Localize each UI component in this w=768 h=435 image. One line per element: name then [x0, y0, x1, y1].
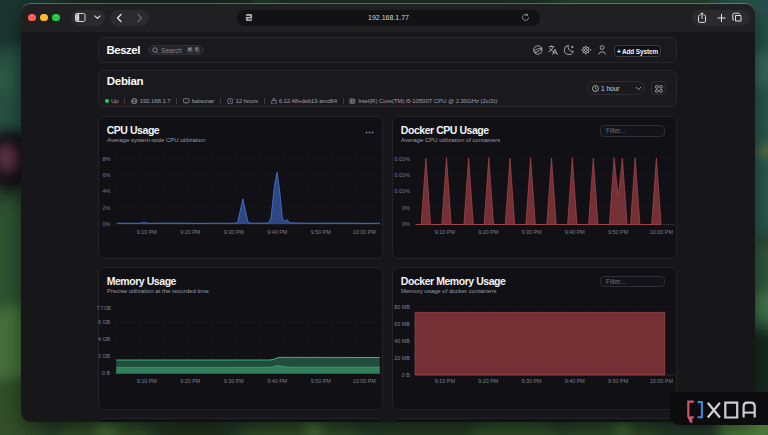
- svg-text:9:20 PM: 9:20 PM: [478, 229, 499, 235]
- svg-text:9:40 PM: 9:40 PM: [267, 378, 288, 384]
- svg-text:9:50 PM: 9:50 PM: [310, 378, 331, 384]
- svg-text:9:50 PM: 9:50 PM: [608, 229, 629, 235]
- svg-text:0.01%: 0.01%: [394, 156, 409, 162]
- svg-text:40 MB: 40 MB: [394, 338, 410, 344]
- svg-text:60 MB: 60 MB: [394, 321, 410, 327]
- svg-text:0%: 0%: [102, 221, 110, 227]
- svg-text:8%: 8%: [102, 156, 110, 162]
- svg-text:10:00 PM: 10:00 PM: [352, 378, 376, 384]
- svg-text:0.01%: 0.01%: [394, 172, 409, 178]
- svg-text:7.7 GB: 7.7 GB: [97, 305, 112, 311]
- svg-text:0 B: 0 B: [402, 372, 410, 378]
- svg-text:9:30 PM: 9:30 PM: [223, 229, 244, 235]
- svg-text:9:30 PM: 9:30 PM: [521, 378, 542, 384]
- svg-text:0%: 0%: [402, 221, 410, 227]
- svg-text:9:20 PM: 9:20 PM: [180, 229, 201, 235]
- svg-text:9:40 PM: 9:40 PM: [565, 378, 586, 384]
- svg-text:9:50 PM: 9:50 PM: [310, 229, 331, 235]
- svg-text:9:50 PM: 9:50 PM: [608, 378, 629, 384]
- svg-text:4 GB: 4 GB: [98, 336, 111, 342]
- svg-text:9:10 PM: 9:10 PM: [435, 229, 456, 235]
- svg-text:10:00 PM: 10:00 PM: [650, 229, 674, 235]
- svg-text:9:20 PM: 9:20 PM: [180, 378, 201, 384]
- svg-text:2 GB: 2 GB: [98, 353, 111, 359]
- svg-text:9:10 PM: 9:10 PM: [136, 229, 157, 235]
- svg-text:9:20 PM: 9:20 PM: [478, 378, 499, 384]
- svg-text:9:40 PM: 9:40 PM: [267, 229, 288, 235]
- svg-text:9:30 PM: 9:30 PM: [223, 378, 244, 384]
- svg-text:20 MB: 20 MB: [394, 355, 410, 361]
- svg-text:10:00 PM: 10:00 PM: [352, 229, 376, 235]
- svg-text:0%: 0%: [402, 204, 410, 210]
- svg-text:9:10 PM: 9:10 PM: [435, 378, 456, 384]
- svg-text:2%: 2%: [102, 204, 110, 210]
- svg-text:9:10 PM: 9:10 PM: [136, 378, 157, 384]
- svg-text:6%: 6%: [102, 172, 110, 178]
- svg-text:80 MB: 80 MB: [394, 304, 410, 310]
- svg-text:6 GB: 6 GB: [98, 319, 111, 325]
- svg-text:4%: 4%: [102, 188, 110, 194]
- svg-text:9:40 PM: 9:40 PM: [565, 229, 586, 235]
- svg-text:0.01%: 0.01%: [394, 188, 409, 194]
- svg-text:10:00 PM: 10:00 PM: [650, 378, 674, 384]
- svg-text:9:30 PM: 9:30 PM: [521, 229, 542, 235]
- svg-text:0 B: 0 B: [102, 370, 110, 376]
